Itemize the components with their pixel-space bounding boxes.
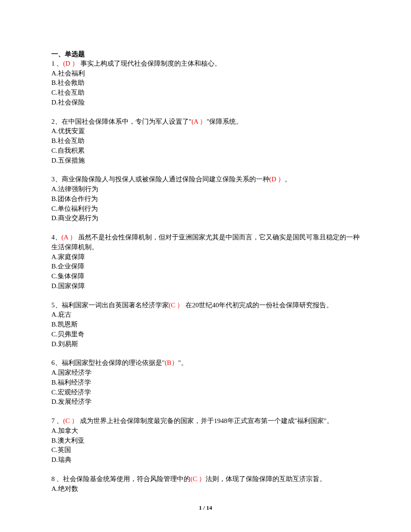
- question-stem: 6、福利国家型社会保障的理论依据是"(B）"。: [51, 358, 360, 368]
- question-option: D.国家保障: [51, 281, 360, 291]
- question-option: C.集体保障: [51, 272, 360, 281]
- question-answer: (D ）: [269, 176, 285, 183]
- page-footer: 1 / 14: [0, 504, 411, 512]
- question-answer: (C ）: [169, 302, 184, 309]
- question-option: B.凯恩斯: [51, 320, 360, 330]
- question-option: A.绝对数: [51, 484, 360, 494]
- question-post-text: "保障系统。: [206, 118, 243, 125]
- question-option: B.社会救助: [51, 78, 360, 88]
- question-pre-text: 商业保险保险人与投保人或被保险人通过保险合同建立保险关系的一种: [62, 176, 269, 183]
- question-pre-text: 在中国社会保障体系中，专门为军人设置了": [62, 118, 192, 125]
- question-option: A.社会福利: [51, 69, 360, 79]
- question-option: D.发展经济学: [51, 397, 360, 407]
- question-option: D.社会保险: [51, 98, 360, 108]
- question-stem: 3、商业保险保险人与投保人或被保险人通过保险合同建立保险关系的一种(D ）。: [51, 175, 360, 184]
- question-pre-text: 社会保险基金统筹使用，符合风险管理中的: [63, 475, 190, 482]
- question-option: B.福利经济学: [51, 378, 360, 388]
- question-block: 3、商业保险保险人与投保人或被保险人通过保险合同建立保险关系的一种(D ）。A.…: [51, 175, 360, 223]
- question-option: D.刘易斯: [51, 339, 360, 349]
- question-answer: (C ）: [63, 417, 78, 424]
- question-answer: (B）: [165, 359, 178, 366]
- question-block: 2、在中国社会保障体系中，专门为军人设置了"(A ）"保障系统。A.优抚安置B.…: [51, 117, 360, 166]
- question-number: 8 、: [51, 475, 63, 482]
- question-post-text: 事实上构成了现代社会保障制度的主体和核心。: [79, 60, 221, 67]
- question-post-text: 虽然不是社会性保障机制，但对于亚洲国家尤其是中国而言，它又确实是国民可靠且稳定的…: [51, 234, 360, 251]
- question-pre-text: 福利国家型社会保障的理论依据是": [62, 359, 165, 366]
- questions-container: 1 、(D ） 事实上构成了现代社会保障制度的主体和核心。A.社会福利B.社会救…: [51, 59, 360, 494]
- question-number: 7 、: [51, 417, 63, 424]
- question-option: D.五保措施: [51, 156, 360, 166]
- question-block: 7 、(C ） 成为世界上社会保障制度最完备的国家，并于1948年正式宣布第一个…: [51, 416, 360, 465]
- question-number: 5、: [51, 302, 62, 309]
- question-number: 3、: [51, 176, 62, 183]
- question-post-text: 在20世纪40年代初完成的一份社会保障研究报告。: [184, 302, 333, 309]
- question-option: B.团体合作行为: [51, 194, 360, 204]
- question-post-text: 成为世界上社会保障制度最完备的国家，并于1948年正式宣布第一个建成"福利国家"…: [78, 417, 333, 424]
- page-content: 一、单选题 1 、(D ） 事实上构成了现代社会保障制度的主体和核心。A.社会福…: [0, 0, 411, 530]
- question-option: B.社会互助: [51, 136, 360, 146]
- question-post-text: 法则，体现了保险保障的互助互济宗旨。: [206, 475, 326, 482]
- question-answer: (A ）: [192, 118, 207, 125]
- question-number: 6、: [51, 359, 62, 366]
- question-option: C.英国: [51, 445, 360, 455]
- question-option: D.瑞典: [51, 455, 360, 465]
- section-title: 一、单选题: [51, 49, 360, 59]
- question-post-text: "。: [178, 359, 188, 366]
- question-option: C.社会互助: [51, 88, 360, 98]
- question-option: C.单位福利行为: [51, 204, 360, 214]
- question-stem: 7 、(C ） 成为世界上社会保障制度最完备的国家，并于1948年正式宣布第一个…: [51, 416, 360, 426]
- question-option: C.贝弗里奇: [51, 330, 360, 339]
- question-option: A.家庭保障: [51, 252, 360, 262]
- question-block: 8 、社会保险基金统筹使用，符合风险管理中的(C ）法则，体现了保险保障的互助互…: [51, 474, 360, 494]
- question-stem: 8 、社会保险基金统筹使用，符合风险管理中的(C ）法则，体现了保险保障的互助互…: [51, 474, 360, 484]
- question-option: A.优抚安置: [51, 126, 360, 136]
- question-block: 5、福利国家一词出自英国著名经济学家(C ） 在20世纪40年代初完成的一份社会…: [51, 301, 360, 349]
- question-option: B.企业保障: [51, 262, 360, 272]
- question-stem: 1 、(D ） 事实上构成了现代社会保障制度的主体和核心。: [51, 59, 360, 69]
- question-number: 2、: [51, 118, 62, 125]
- question-option: A.加拿大: [51, 426, 360, 436]
- question-answer: (C ）: [190, 475, 206, 482]
- question-post-text: 。: [285, 176, 291, 183]
- question-pre-text: 福利国家一词出自英国著名经济学家: [62, 302, 169, 309]
- question-stem: 5、福利国家一词出自英国著名经济学家(C ） 在20世纪40年代初完成的一份社会…: [51, 301, 360, 310]
- question-option: A.庇古: [51, 310, 360, 320]
- question-block: 6、福利国家型社会保障的理论依据是"(B）"。A.国家经济学B.福利经济学C.宏…: [51, 358, 360, 407]
- question-option: B.澳大利亚: [51, 436, 360, 446]
- question-option: A.法律强制行为: [51, 184, 360, 194]
- question-stem: 4、(A ） 虽然不是社会性保障机制，但对于亚洲国家尤其是中国而言，它又确实是国…: [51, 233, 360, 252]
- question-block: 1 、(D ） 事实上构成了现代社会保障制度的主体和核心。A.社会福利B.社会救…: [51, 59, 360, 108]
- question-option: D.商业交易行为: [51, 214, 360, 223]
- question-stem: 2、在中国社会保障体系中，专门为军人设置了"(A ）"保障系统。: [51, 117, 360, 127]
- question-option: C.自我积累: [51, 146, 360, 156]
- question-number: 4、: [51, 234, 62, 241]
- question-option: A.国家经济学: [51, 368, 360, 378]
- question-answer: (D ）: [63, 60, 79, 67]
- question-answer: (A ）: [62, 234, 77, 241]
- question-block: 4、(A ） 虽然不是社会性保障机制，但对于亚洲国家尤其是中国而言，它又确实是国…: [51, 233, 360, 291]
- question-option: C.宏观经济学: [51, 388, 360, 398]
- question-number: 1 、: [51, 60, 63, 67]
